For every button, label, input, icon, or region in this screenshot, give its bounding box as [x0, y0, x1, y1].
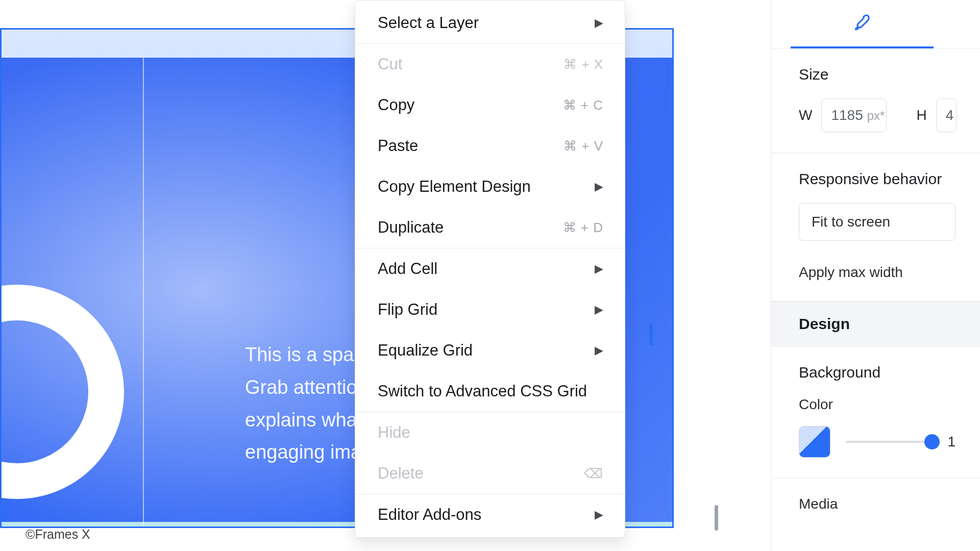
menu-shortcut: ⌘ + C: [563, 97, 603, 113]
size-row: W 1185 px* H 4: [799, 98, 955, 132]
opacity-slider[interactable]: [846, 440, 932, 444]
height-label: H: [916, 107, 926, 123]
tab-design[interactable]: [791, 0, 934, 48]
menu-label: Equalize Grid: [378, 341, 586, 360]
background-label: Background: [799, 364, 955, 381]
menu-label: Cut: [378, 55, 564, 73]
menu-item-cut: Cut ⌘ + X: [355, 44, 625, 85]
brush-icon: [852, 13, 872, 35]
menu-item-add-cell[interactable]: Add Cell ▶: [355, 248, 625, 289]
menu-label: Delete: [378, 464, 584, 483]
scrollbar-vertical[interactable]: [715, 505, 718, 531]
menu-label: Add Cell: [378, 260, 586, 278]
slider-track: [846, 441, 932, 443]
apply-max-width-row[interactable]: Apply max width: [799, 264, 955, 281]
watermark-text: ©Frames X: [26, 527, 90, 542]
menu-label: Flip Grid: [378, 300, 586, 319]
resize-handle-right[interactable]: [649, 323, 653, 345]
slider-thumb[interactable]: [924, 434, 940, 449]
chevron-right-icon: ▶: [595, 508, 603, 521]
section-title-design: Design: [799, 315, 955, 333]
section-title-responsive: Responsive behavior: [799, 170, 955, 188]
color-label: Color: [799, 396, 955, 413]
menu-item-hide: Hide: [355, 412, 625, 453]
menu-label: Editor Add-ons: [378, 506, 586, 524]
color-row: 1: [799, 426, 955, 458]
menu-item-select-layer[interactable]: Select a Layer ▶: [355, 3, 625, 43]
menu-item-copy-element-design[interactable]: Copy Element Design ▶: [355, 166, 625, 207]
delete-icon: ⌫: [584, 466, 603, 482]
inspector-panel: Size W 1185 px* H 4 Responsive behavior …: [771, 0, 980, 551]
column-guide: [143, 58, 144, 527]
apply-max-width-label: Apply max width: [799, 264, 903, 280]
menu-label: Copy Element Design: [378, 178, 586, 196]
chevron-right-icon: ▶: [595, 303, 603, 316]
menu-item-copy[interactable]: Copy ⌘ + C: [355, 85, 625, 126]
chevron-right-icon: ▶: [595, 180, 603, 193]
height-value: 4: [946, 107, 954, 123]
menu-item-editor-addons[interactable]: Editor Add-ons ▶: [355, 494, 625, 535]
chevron-right-icon: ▶: [595, 262, 603, 276]
menu-shortcut: ⌘ + D: [563, 220, 603, 236]
menu-item-equalize-grid[interactable]: Equalize Grid ▶: [355, 330, 625, 371]
section-media: Media: [771, 479, 980, 533]
context-menu: Select a Layer ▶ Cut ⌘ + X Copy ⌘ + C Pa…: [355, 0, 625, 538]
section-size: Size W 1185 px* H 4: [771, 48, 980, 153]
width-value: 1185: [831, 107, 863, 123]
menu-item-paste[interactable]: Paste ⌘ + V: [355, 126, 625, 166]
menu-label: Copy: [378, 96, 563, 114]
width-input[interactable]: 1185 px*: [821, 98, 887, 132]
menu-item-switch-advanced-grid[interactable]: Switch to Advanced CSS Grid: [355, 371, 625, 412]
opacity-value: 1: [947, 434, 955, 450]
media-label: Media: [799, 496, 955, 512]
section-design-header: Design: [771, 302, 980, 346]
chevron-right-icon: ▶: [595, 16, 603, 30]
menu-label: Paste: [378, 137, 564, 155]
responsive-value: Fit to screen: [812, 214, 890, 230]
color-swatch[interactable]: [799, 426, 830, 458]
section-responsive: Responsive behavior Fit to screen Apply …: [771, 153, 980, 302]
menu-label: Hide: [378, 423, 603, 442]
menu-shortcut: ⌘ + V: [564, 138, 603, 154]
responsive-select[interactable]: Fit to screen: [799, 203, 955, 241]
section-background: Background Color 1: [771, 346, 980, 479]
width-label: W: [799, 107, 812, 123]
inspector-tab-strip: [771, 0, 980, 48]
menu-label: Select a Layer: [378, 14, 586, 32]
width-unit: px*: [867, 109, 885, 123]
menu-item-flip-grid[interactable]: Flip Grid ▶: [355, 289, 625, 330]
menu-label: Switch to Advanced CSS Grid: [378, 382, 603, 400]
menu-item-duplicate[interactable]: Duplicate ⌘ + D: [355, 207, 625, 248]
chevron-right-icon: ▶: [595, 344, 603, 357]
section-title-size: Size: [799, 66, 955, 83]
menu-shortcut: ⌘ + X: [564, 57, 603, 72]
menu-item-delete: Delete ⌫: [355, 453, 625, 494]
menu-label: Duplicate: [378, 218, 563, 237]
height-input[interactable]: 4: [936, 98, 957, 132]
